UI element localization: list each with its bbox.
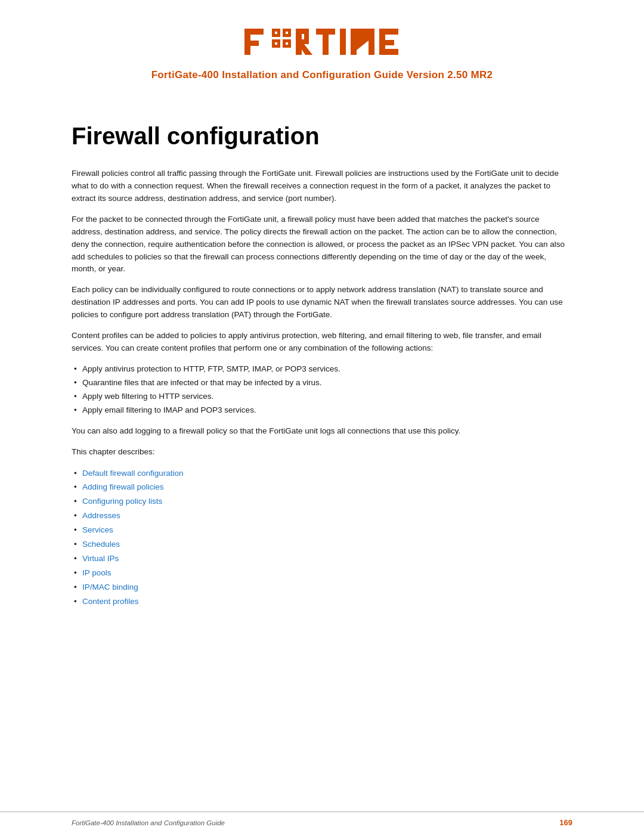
link-ip-pools[interactable]: IP pools (82, 568, 112, 577)
paragraph-6: This chapter describes: (72, 446, 572, 459)
list-item[interactable]: Virtual IPs (72, 552, 572, 566)
list-item[interactable]: Schedules (72, 538, 572, 552)
bullet-item: Apply email filtering to IMAP and POP3 s… (72, 404, 572, 417)
svg-rect-12 (296, 29, 309, 34)
main-content: Firewall configuration Firewall policies… (0, 93, 644, 812)
bullet-item: Quarantine files that are infected or th… (72, 377, 572, 389)
svg-rect-18 (340, 29, 346, 55)
list-item[interactable]: IP pools (72, 566, 572, 580)
svg-rect-10 (286, 42, 288, 45)
paragraph-3: Each policy can be individually configur… (72, 284, 572, 321)
link-default-firewall[interactable]: Default firewall configuration (82, 469, 184, 478)
svg-rect-16 (316, 29, 335, 35)
list-item[interactable]: Services (72, 524, 572, 537)
bullet-item: Apply web filtering to HTTP services. (72, 391, 572, 403)
link-schedules[interactable]: Schedules (82, 540, 120, 549)
svg-rect-7 (275, 32, 277, 34)
fortinet-logo: ™ (244, 24, 400, 60)
link-ip-mac-binding[interactable]: IP/MAC binding (82, 583, 138, 592)
paragraph-5: You can also add logging to a firewall p… (72, 425, 572, 438)
link-virtual-ips[interactable]: Virtual IPs (82, 554, 119, 563)
link-configuring-policy-lists[interactable]: Configuring policy lists (82, 497, 162, 506)
link-addresses[interactable]: Addresses (82, 511, 120, 520)
page-container: ™ FortiGate-400 Installation and Configu… (0, 0, 644, 833)
page-footer: FortiGate-400 Installation and Configura… (0, 812, 644, 833)
svg-rect-23 (379, 29, 398, 35)
footer-left-text: FortiGate-400 Installation and Configura… (72, 819, 225, 826)
svg-rect-8 (286, 32, 288, 34)
link-services[interactable]: Services (82, 525, 113, 534)
list-item[interactable]: Adding firewall policies (72, 481, 572, 494)
chapter-links-list: Default firewall configuration Adding fi… (72, 467, 572, 609)
list-item[interactable]: Content profiles (72, 595, 572, 609)
page-subtitle: FortiGate-400 Installation and Configura… (151, 69, 493, 81)
footer-page-number: 169 (559, 818, 572, 827)
paragraph-1: Firewall policies control all traffic pa… (72, 168, 572, 205)
link-adding-policies[interactable]: Adding firewall policies (82, 482, 164, 491)
list-item[interactable]: Addresses (72, 509, 572, 523)
svg-rect-14 (296, 39, 309, 44)
svg-rect-19 (351, 29, 357, 55)
svg-rect-25 (379, 49, 398, 55)
svg-rect-9 (275, 42, 277, 45)
svg-rect-24 (379, 40, 394, 45)
chapter-title: Firewall configuration (72, 123, 572, 150)
logo-container: ™ (244, 24, 400, 62)
svg-rect-2 (244, 41, 259, 46)
list-item[interactable]: Configuring policy lists (72, 495, 572, 509)
list-item[interactable]: Default firewall configuration (72, 467, 572, 481)
svg-rect-13 (304, 34, 309, 39)
paragraph-2: For the packet to be connected through t… (72, 213, 572, 276)
content-bullets-list: Apply antivirus protection to HTTP, FTP,… (72, 363, 572, 417)
svg-text:™: ™ (398, 28, 400, 33)
svg-rect-1 (244, 29, 264, 35)
bullet-item: Apply antivirus protection to HTTP, FTP,… (72, 363, 572, 376)
paragraph-4: Content profiles can be added to policie… (72, 330, 572, 355)
link-content-profiles[interactable]: Content profiles (82, 597, 139, 606)
header: ™ FortiGate-400 Installation and Configu… (0, 0, 644, 93)
list-item[interactable]: IP/MAC binding (72, 581, 572, 594)
svg-rect-17 (323, 35, 329, 55)
